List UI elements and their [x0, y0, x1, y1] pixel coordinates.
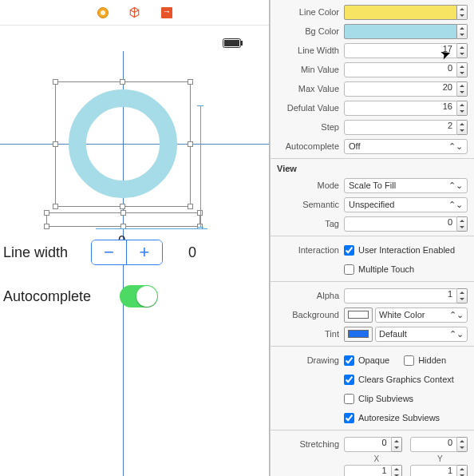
bg-color-well[interactable] — [344, 24, 457, 39]
svg-rect-1 — [241, 41, 243, 46]
step-label: Step — [275, 122, 344, 132]
semantic-select[interactable]: Unspecified⌃⌄ — [344, 197, 468, 212]
stepper-icon[interactable] — [457, 81, 468, 97]
attributes-inspector[interactable]: Line Color Bg Color Line Width 17 Min Va… — [270, 0, 474, 476]
stepper-icon[interactable] — [457, 437, 468, 452]
view-section-header: View — [277, 164, 468, 173]
interface-builder-canvas[interactable]: 0 Line width − + 0 Autocomplete — [0, 0, 270, 476]
selection-rect — [55, 81, 191, 207]
chevron-updown-icon: ⌃⌄ — [449, 329, 464, 339]
stepper-icon[interactable] — [457, 5, 468, 20]
chevron-updown-icon: ⌃⌄ — [449, 310, 464, 320]
stepper-icon[interactable] — [457, 120, 468, 135]
max-value-input[interactable]: 20 — [344, 81, 457, 97]
default-value-label: Defulat Value — [275, 103, 344, 113]
mode-label: Mode — [275, 180, 344, 190]
stretch-height-input[interactable]: 1 — [410, 465, 458, 477]
mode-select[interactable]: Scale To Fill⌃⌄ — [344, 178, 468, 193]
exit-icon[interactable] — [160, 6, 174, 20]
min-value-input[interactable]: 0 — [344, 62, 457, 77]
stepper-icon[interactable] — [457, 465, 468, 477]
stretch-width-input[interactable]: 1 — [344, 465, 392, 477]
opaque-checkbox[interactable] — [344, 355, 354, 366]
line-width-stepper[interactable]: − + — [91, 240, 163, 265]
autocomplete-select[interactable]: Off⌃⌄ — [344, 139, 468, 154]
stretch-y-input[interactable]: 0 — [410, 437, 458, 452]
stepper-icon[interactable] — [457, 24, 468, 39]
semantic-label: Semantic — [275, 200, 344, 209]
autocomplete-label: Autocomplete — [3, 288, 91, 305]
stepper-icon[interactable] — [457, 216, 468, 232]
stepper-icon[interactable] — [457, 43, 468, 58]
cube-icon[interactable] — [128, 6, 142, 20]
multiple-touch-checkbox[interactable] — [344, 264, 354, 275]
drawing-label: Drawing — [275, 355, 344, 365]
coin-icon[interactable] — [96, 6, 110, 20]
chevron-updown-icon: ⌃⌄ — [448, 180, 463, 191]
stepper-icon[interactable] — [392, 437, 402, 452]
autocomplete-switch[interactable] — [120, 285, 158, 307]
user-interaction-checkbox[interactable] — [344, 245, 354, 256]
tint-label: Tint — [275, 329, 344, 339]
autocomplete-field-label: Autocomplete — [275, 141, 344, 151]
battery-icon — [223, 38, 243, 50]
background-label: Background — [275, 310, 344, 319]
alpha-input[interactable]: 1 — [344, 288, 457, 303]
tag-input[interactable]: 0 — [344, 216, 457, 232]
chevron-updown-icon: ⌃⌄ — [448, 141, 463, 152]
constraint-indicator — [200, 105, 201, 227]
max-value-label: Max Value — [275, 84, 344, 93]
canvas-toolbar — [0, 0, 269, 26]
step-input[interactable]: 2 — [344, 120, 457, 135]
background-color-select[interactable]: White Color⌃⌄ — [375, 307, 468, 323]
line-color-well[interactable] — [344, 5, 457, 20]
min-value-label: Min Value — [275, 65, 344, 74]
hidden-checkbox[interactable] — [404, 355, 414, 366]
line-width-value: 0 — [188, 244, 196, 261]
line-width-field-label: Line Width — [275, 46, 344, 55]
stepper-icon[interactable] — [457, 288, 468, 303]
stretch-x-input[interactable]: 0 — [344, 437, 392, 452]
tint-color-well[interactable] — [344, 327, 373, 342]
line-width-input[interactable]: 17 — [344, 43, 457, 58]
chevron-updown-icon: ⌃⌄ — [448, 200, 463, 210]
stepper-icon[interactable] — [457, 101, 468, 116]
autocomplete-control-row: Autocomplete — [3, 285, 158, 307]
svg-rect-2 — [224, 40, 239, 46]
stepper-plus[interactable]: + — [127, 240, 162, 264]
default-value-input[interactable]: 16 — [344, 101, 457, 116]
line-width-label: Line width — [3, 244, 91, 261]
selection-rect-label — [46, 212, 200, 227]
clip-subviews-checkbox[interactable] — [344, 394, 354, 404]
stepper-icon[interactable] — [457, 62, 468, 77]
tag-label: Tag — [275, 219, 344, 228]
stepper-icon[interactable] — [392, 465, 402, 477]
background-color-well[interactable] — [344, 307, 373, 323]
line-width-control-row: Line width − + 0 — [3, 240, 256, 265]
alpha-label: Alpha — [275, 291, 344, 300]
interaction-label: Interaction — [275, 245, 344, 255]
bg-color-label: Bg Color — [275, 26, 344, 36]
tint-color-select[interactable]: Default⌃⌄ — [375, 327, 468, 342]
autoresize-checkbox[interactable] — [344, 413, 354, 423]
line-color-label: Line Color — [275, 7, 344, 17]
stretching-label: Stretching — [275, 439, 344, 449]
clears-context-checkbox[interactable] — [344, 375, 354, 385]
stepper-minus[interactable]: − — [92, 240, 127, 264]
